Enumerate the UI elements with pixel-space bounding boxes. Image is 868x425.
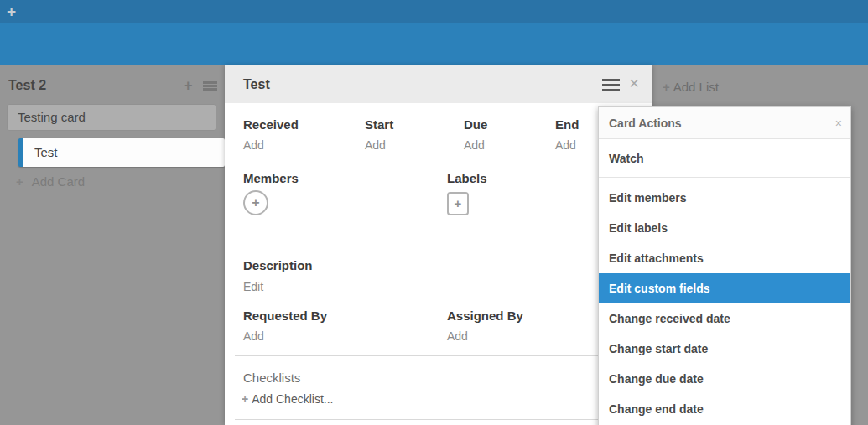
menu-item-edit-custom-fields[interactable]: Edit custom fields <box>599 273 850 303</box>
menu-item-change-start-date[interactable]: Change start date <box>599 334 850 364</box>
menu-item-change-received-date[interactable]: Change received date <box>599 303 850 334</box>
card-testing-card[interactable]: Testing card <box>7 104 216 131</box>
divider <box>235 355 644 356</box>
field-add-link[interactable]: Add <box>365 138 393 152</box>
field-start: Start Add <box>365 117 393 152</box>
divider <box>235 419 644 420</box>
members-label: Members <box>243 171 299 185</box>
menu-item-edit-labels[interactable]: Edit labels <box>599 213 850 243</box>
assigned-by-label: Assigned By <box>447 308 523 323</box>
card-actions-menu-icon[interactable] <box>602 79 620 91</box>
card-title: Test <box>34 145 58 159</box>
card-detail-title: Test <box>243 65 270 103</box>
field-label: Start <box>365 117 393 132</box>
add-checklist-label: Add Checklist... <box>252 392 333 406</box>
close-icon[interactable]: × <box>835 107 842 139</box>
field-end: End Add <box>555 117 579 152</box>
add-list-button[interactable]: +Add List <box>663 80 719 94</box>
close-icon[interactable]: × <box>629 73 639 93</box>
add-card-button[interactable]: +Add Card <box>16 174 85 189</box>
board-header-bar <box>0 23 868 65</box>
labels-label: Labels <box>447 171 487 185</box>
popup-header: Card Actions × <box>599 107 850 139</box>
add-board-icon[interactable]: + <box>7 3 16 21</box>
card-title: Testing card <box>18 110 86 124</box>
menu-item-edit-members[interactable]: Edit members <box>599 183 850 213</box>
plus-icon: + <box>663 80 670 94</box>
plus-icon: + <box>16 174 23 189</box>
menu-item-edit-attachments[interactable]: Edit attachments <box>599 243 850 273</box>
add-member-button[interactable]: + <box>243 190 268 215</box>
card-detail-header: Test × <box>225 65 652 103</box>
requested-by-label: Requested By <box>243 308 327 323</box>
popup-title: Card Actions <box>609 107 682 139</box>
field-received: Received Add <box>243 117 299 152</box>
field-label: Due <box>464 117 487 132</box>
plus-icon: + <box>242 392 248 406</box>
assigned-by-add-link[interactable]: Add <box>447 329 468 343</box>
top-navigation-bar: + <box>0 0 868 23</box>
requested-by-add-link[interactable]: Add <box>243 329 264 343</box>
description-label: Description <box>243 258 313 272</box>
field-add-link[interactable]: Add <box>243 138 299 152</box>
field-add-link[interactable]: Add <box>464 138 487 152</box>
menu-item-change-due-date[interactable]: Change due date <box>599 364 850 394</box>
card-detail-panel: Test × Received Add Start Add Due Add En… <box>225 65 652 425</box>
list-title: Test 2 <box>8 78 46 93</box>
description-edit-link[interactable]: Edit <box>243 280 263 293</box>
field-add-link[interactable]: Add <box>555 138 579 152</box>
list-menu-icon[interactable] <box>203 81 217 91</box>
add-card-label: Add Card <box>32 174 85 189</box>
add-list-label: Add List <box>673 80 719 94</box>
add-checklist-button[interactable]: +Add Checklist... <box>242 392 333 406</box>
card-actions-popup: Card Actions × Watch Edit members Edit l… <box>598 106 851 425</box>
field-label: End <box>555 117 579 132</box>
menu-item-watch[interactable]: Watch <box>599 139 850 178</box>
add-label-button[interactable]: + <box>447 192 469 215</box>
menu-item-change-end-date[interactable]: Change end date <box>599 394 850 424</box>
field-due: Due Add <box>464 117 487 152</box>
list-add-card-icon[interactable]: + <box>184 77 193 95</box>
menu-item-list: Edit members Edit labels Edit attachment… <box>599 178 850 424</box>
field-label: Received <box>243 117 299 132</box>
checklists-label: Checklists <box>243 371 300 385</box>
card-test-open[interactable]: Test <box>18 138 225 167</box>
